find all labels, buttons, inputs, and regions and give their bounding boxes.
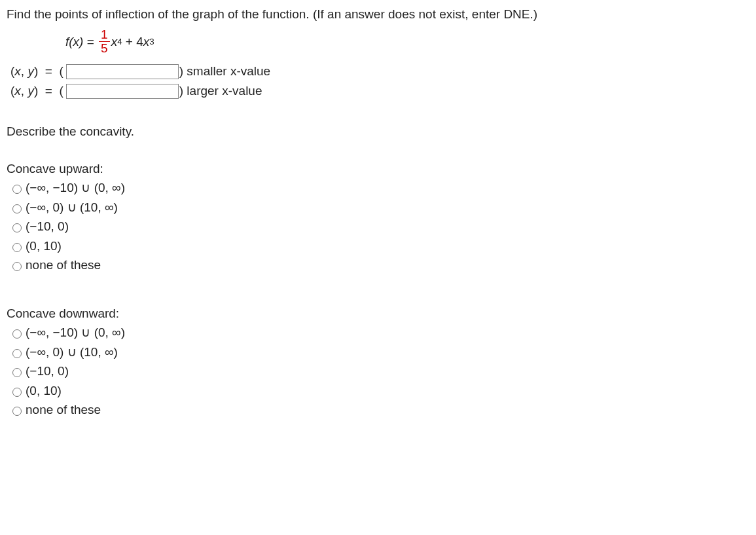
fraction-one-fifth: 1 5	[99, 28, 110, 56]
down-option-2[interactable]: (−∞, 0) ∪ (10, ∞)	[9, 343, 749, 362]
up-option-5[interactable]: none of these	[9, 256, 749, 275]
up-option-3[interactable]: (−10, 0)	[9, 217, 749, 236]
down-option-3[interactable]: (−10, 0)	[9, 362, 749, 381]
question-text: Find the points of inflection of the gra…	[7, 5, 749, 24]
down-radio-2[interactable]	[12, 349, 22, 358]
up-radio-2[interactable]	[12, 204, 22, 213]
concavity-heading: Describe the concavity.	[7, 122, 749, 141]
up-radio-4[interactable]	[12, 243, 22, 252]
up-option-4[interactable]: (0, 10)	[9, 237, 749, 256]
row2-label: (x, y) = (	[10, 82, 63, 101]
concave-downward-label: Concave downward:	[7, 304, 749, 323]
down-radio-5[interactable]	[12, 407, 22, 416]
up-option-2[interactable]: (−∞, 0) ∪ (10, ∞)	[9, 198, 749, 217]
row1-after: ) smaller x-value	[179, 62, 270, 81]
down-option-4[interactable]: (0, 10)	[9, 382, 749, 401]
up-radio-5[interactable]	[12, 262, 22, 271]
inflection-point-row-1: (x, y) = ( ) smaller x-value	[10, 62, 749, 81]
up-option-1[interactable]: (−∞, −10) ∪ (0, ∞)	[9, 179, 749, 198]
inflection-input-smaller[interactable]	[66, 64, 179, 79]
function-expression: f(x) = 1 5 x4 + 4 x3	[65, 28, 749, 56]
inflection-point-row-2: (x, y) = ( ) larger x-value	[10, 82, 749, 100]
row2-after: ) larger x-value	[179, 82, 262, 101]
down-radio-1[interactable]	[12, 329, 22, 339]
down-option-5[interactable]: none of these	[9, 401, 749, 420]
concave-upward-label: Concave upward:	[7, 160, 749, 179]
down-option-1[interactable]: (−∞, −10) ∪ (0, ∞)	[9, 323, 749, 342]
down-radio-4[interactable]	[12, 388, 22, 397]
down-radio-3[interactable]	[12, 368, 22, 377]
inflection-input-larger[interactable]	[66, 84, 179, 99]
row1-label: (x, y) = (	[10, 62, 63, 81]
up-radio-3[interactable]	[12, 223, 22, 232]
up-radio-1[interactable]	[12, 185, 22, 194]
